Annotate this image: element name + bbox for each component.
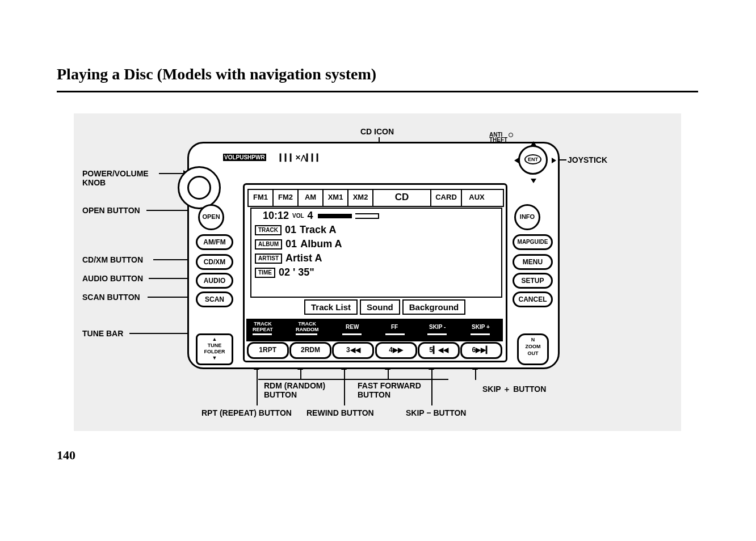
callout-cd-icon: CD ICON	[360, 127, 394, 136]
track-info-panel: 10:12 VOL 4 TRACK 01 Track A ALBUM 01 Al…	[250, 208, 502, 298]
callout-joystick: JOYSTICK	[568, 155, 607, 164]
callout-skip-plus: SKIP ＋ BUTTON	[482, 384, 546, 395]
source-tabs: FM1 FM2 AM XM1 XM2 CD CARD AUX	[247, 189, 504, 207]
page-title: Playing a Disc (Models with navigation s…	[57, 65, 376, 83]
tune-folder-bar[interactable]: ▲ TUNE FOLDER ▼	[196, 333, 233, 365]
menu-button[interactable]: MENU	[513, 254, 553, 270]
preset-5-skip-back[interactable]: 5▎◀◀	[418, 342, 460, 359]
artist-tag: ARTIST	[255, 253, 282, 264]
sound-button[interactable]: Sound	[360, 299, 400, 315]
album-name: Album A	[300, 238, 342, 250]
preset-4-ff[interactable]: 4▶▶	[375, 342, 417, 359]
callout-scan: SCAN BUTTON	[82, 293, 140, 302]
label-track-random: TRACK RANDOM	[296, 321, 319, 332]
horizontal-rule	[57, 91, 698, 92]
anti-theft-label: ANTI THEFT	[489, 132, 507, 142]
zoom-button[interactable]: N ZOOM OUT	[517, 333, 549, 365]
callout-rewind: REWIND BUTTON	[306, 408, 374, 417]
cdxm-button[interactable]: CD/XM	[196, 254, 233, 270]
screen-bottom-tabs: Track List Sound Background	[304, 299, 465, 315]
vol-label: VOL	[292, 213, 304, 219]
album-num: 01	[285, 238, 297, 250]
time-value: 02 ' 35"	[279, 267, 314, 278]
preset-6-skip-fwd[interactable]: 6▶▶▎	[460, 342, 502, 359]
label-skip-plus: SKIP +	[472, 324, 490, 330]
tracklist-button[interactable]: Track List	[304, 299, 358, 315]
joystick-ent[interactable]: ENT	[518, 145, 548, 175]
tab-cd[interactable]: CD	[373, 190, 431, 206]
callout-open: OPEN BUTTON	[82, 206, 140, 215]
label-ff: FF	[391, 324, 398, 330]
tab-fm2[interactable]: FM2	[274, 190, 299, 206]
track-name: Track A	[300, 224, 336, 236]
label-rew: REW	[346, 324, 359, 330]
tab-am[interactable]: AM	[299, 190, 324, 206]
callout-tune-bar: TUNE BAR	[82, 329, 123, 338]
page-number: 140	[57, 448, 75, 463]
volume-knob[interactable]	[178, 166, 221, 209]
audio-button[interactable]: AUDIO	[196, 273, 233, 289]
info-button[interactable]: INFO	[514, 204, 540, 230]
anti-theft-led	[509, 133, 513, 137]
callout-cdxm: CD/XM BUTTON	[82, 255, 143, 264]
tab-card[interactable]: CARD	[431, 190, 462, 206]
track-tag: TRACK	[255, 225, 282, 235]
tab-aux[interactable]: AUX	[462, 190, 492, 206]
head-unit: VOLPUSHPWR ▎▎▎✕⋀▎▎▎ OPEN AM/FM CD/XM AUD…	[187, 142, 560, 369]
cancel-button[interactable]: CANCEL	[513, 291, 553, 307]
tab-xm2[interactable]: XM2	[348, 190, 373, 206]
callout-rdm: RDM (RANDOM) BUTTON	[264, 381, 325, 399]
clock-value: 10:12	[263, 210, 289, 222]
setup-button[interactable]: SETUP	[513, 273, 553, 289]
callout-skip-minus: SKIP − BUTTON	[406, 408, 466, 417]
vol-push-pwr-label: VOLPUSHPWR	[223, 154, 266, 161]
background-button[interactable]: Background	[402, 299, 466, 315]
preset-1-rpt[interactable]: 1RPT	[247, 342, 289, 359]
open-button[interactable]: OPEN	[198, 204, 224, 230]
scan-button[interactable]: SCAN	[196, 291, 233, 307]
diagram: CD ICON POWER/VOLUME KNOB OPEN BUTTON CD…	[74, 113, 681, 431]
amfm-button[interactable]: AM/FM	[196, 234, 233, 250]
callout-audio: AUDIO BUTTON	[82, 274, 143, 283]
album-tag: ALBUM	[255, 239, 282, 250]
label-skip-minus: SKIP -	[429, 324, 446, 330]
label-track-repeat: TRACK REPEAT	[253, 321, 273, 332]
tab-xm1[interactable]: XM1	[324, 190, 348, 206]
callout-rpt: RPT (REPEAT) BUTTON	[201, 408, 292, 417]
callout-power-volume: POWER/VOLUME KNOB	[82, 169, 149, 187]
artist-name: Artist A	[285, 252, 322, 264]
display-screen: FM1 FM2 AM XM1 XM2 CD CARD AUX 10:12 VOL…	[243, 183, 507, 362]
tab-fm1[interactable]: FM1	[249, 190, 274, 206]
time-tag: TIME	[255, 268, 275, 278]
vol-value: 4	[308, 210, 313, 222]
preset-2-rdm[interactable]: 2RDM	[289, 342, 331, 359]
track-num: 01	[285, 224, 296, 236]
preset-3-rew[interactable]: 3◀◀	[332, 342, 374, 359]
callout-ff: FAST FORWARD BUTTON	[358, 381, 421, 399]
mapguide-button[interactable]: MAPGUIDE	[513, 234, 553, 250]
